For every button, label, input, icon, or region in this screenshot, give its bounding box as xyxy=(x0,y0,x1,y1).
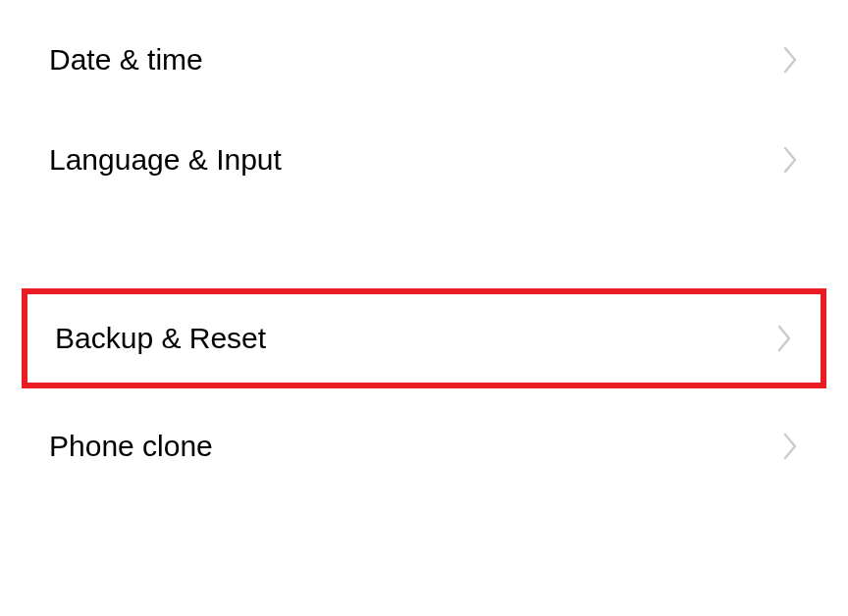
settings-item-date-time[interactable]: Date & time xyxy=(0,10,848,110)
chevron-right-icon xyxy=(777,325,793,352)
settings-item-backup-reset[interactable]: Backup & Reset xyxy=(27,294,821,383)
chevron-right-icon xyxy=(783,46,799,74)
highlight-annotation: Backup & Reset xyxy=(22,288,826,388)
settings-item-label: Phone clone xyxy=(49,430,213,463)
settings-item-language-input[interactable]: Language & Input xyxy=(0,110,848,210)
settings-item-label: Backup & Reset xyxy=(55,322,266,355)
settings-item-phone-clone[interactable]: Phone clone xyxy=(0,388,848,496)
settings-item-label: Language & Input xyxy=(49,143,282,177)
settings-list: Date & time Language & Input Backup & Re… xyxy=(0,0,848,496)
chevron-right-icon xyxy=(783,146,799,174)
chevron-right-icon xyxy=(783,433,799,460)
settings-item-label: Date & time xyxy=(49,43,203,77)
section-gap xyxy=(0,210,848,288)
